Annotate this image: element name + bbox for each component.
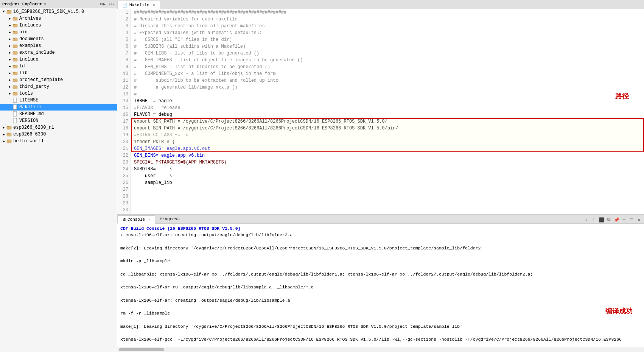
console-close-btn[interactable]: ✕: [636, 216, 642, 223]
code-line-29: user \: [134, 173, 641, 179]
sidebar-expand-icon[interactable]: ▶: [103, 2, 106, 6]
sidebar-item-bin[interactable]: ▶bin: [0, 29, 117, 36]
code-line-15: #FLAVOR = release: [134, 104, 641, 111]
line-num-24: 24: [120, 166, 128, 173]
sidebar-header: Project Explorer ✕ ⊞ ▶ — □ ✕: [0, 0, 117, 8]
project-icon-root: [6, 9, 12, 15]
sidebar-maximize-icon[interactable]: □: [109, 2, 112, 6]
scrollbar-thumb[interactable]: [119, 348, 164, 351]
sidebar-item-README[interactable]: README.md: [0, 111, 117, 117]
line-num-27: 27: [120, 186, 128, 193]
console-copy-btn[interactable]: ⧉: [605, 216, 612, 223]
tree-arrow-extra_include[interactable]: ▶: [8, 51, 12, 55]
folder-icon-include: [12, 56, 18, 62]
code-line-12: # a generated lib/image xxx.a (): [134, 84, 641, 91]
sidebar-item-lib[interactable]: ▶lib: [0, 70, 117, 76]
progress-tab-label: Progress: [160, 217, 180, 221]
sidebar-header-title: Project Explorer ✕: [2, 2, 46, 6]
sidebar-x-icon[interactable]: ✕: [112, 2, 115, 6]
sidebar-item-archives[interactable]: ▶Archives: [0, 15, 117, 22]
svg-rect-7: [13, 31, 15, 32]
tree-arrow-bin[interactable]: ▶: [8, 30, 12, 34]
sidebar-item-esp8266_6200_r1[interactable]: ▶esp8266_6200_r1: [0, 124, 117, 131]
tree-arrow-archives[interactable]: ▶: [8, 17, 12, 21]
code-line-3: # Discard this section from all parent m…: [134, 23, 641, 30]
line-numbers: 1234567891011121314151617181920212223242…: [117, 9, 131, 214]
tree-label-include: include: [19, 57, 38, 62]
sidebar-item-extra_include[interactable]: ▶extra_include: [0, 49, 117, 56]
sidebar-minimize-icon[interactable]: —: [106, 2, 109, 6]
makefile-tab-close[interactable]: ✕: [153, 3, 155, 7]
sidebar-item-project_template[interactable]: ▶project_template: [0, 76, 117, 83]
sidebar-item-Makefile[interactable]: Makefile: [0, 104, 117, 111]
tree-arrow-root[interactable]: ▼: [2, 10, 6, 14]
tree-arrow-includes[interactable]: ▶: [8, 23, 12, 28]
line-num-16: 16: [120, 111, 128, 118]
svg-rect-9: [13, 38, 15, 39]
console-scroll-up-btn[interactable]: ↑: [590, 216, 597, 223]
sidebar-item-tools[interactable]: ▶tools: [0, 90, 117, 97]
file-icon-VERSION: [12, 118, 18, 124]
console-clear-btn[interactable]: ⬛: [598, 216, 605, 223]
line-num-23: 23: [120, 159, 128, 166]
line-num-12: 12: [120, 84, 128, 91]
sidebar-item-examples[interactable]: ▶examples: [0, 42, 117, 49]
console-scroll-down-btn[interactable]: ↓: [583, 216, 590, 223]
sidebar-item-include[interactable]: ▶include: [0, 56, 117, 63]
code-line-24: ifndef PDIR # {: [134, 139, 641, 145]
console-line-1: make[2]: Leaving directory '/cygdrive/C/…: [120, 245, 641, 251]
tab-progress[interactable]: Progress: [155, 215, 184, 223]
sidebar-item-documents[interactable]: ▶documents: [0, 36, 117, 42]
sidebar-item-root[interactable]: ▼16_ESP8266_RTOS_SDK_V1.5.0: [0, 8, 117, 15]
tree-arrow-lib[interactable]: ▶: [8, 71, 12, 75]
tab-console[interactable]: 🖥 Console ✕: [117, 215, 155, 224]
tree-arrow-documents[interactable]: ▶: [8, 37, 12, 41]
tree-arrow-include[interactable]: ▶: [8, 58, 12, 62]
console-maximize-btn[interactable]: □: [628, 216, 635, 223]
tree-arrow-ld[interactable]: ▶: [8, 64, 12, 69]
tree-arrow-project_template[interactable]: ▶: [8, 78, 12, 82]
sidebar-tree: ▼16_ESP8266_RTOS_SDK_V1.5.0▶Archives▶Inc…: [0, 8, 117, 352]
sidebar-collapse-icon[interactable]: ⊞: [100, 2, 103, 6]
line-num-31: 31: [120, 213, 128, 214]
folder-icon-documents: [12, 36, 18, 42]
tree-arrow-tools[interactable]: ▶: [8, 92, 12, 96]
tree-arrow-hello_world[interactable]: ▶: [2, 139, 6, 143]
console-pin-btn[interactable]: 📌: [613, 216, 620, 223]
tab-makefile[interactable]: 📄 Makefile ✕: [117, 1, 160, 9]
sidebar-item-hello_world[interactable]: ▶hello_world: [0, 138, 117, 145]
editor-content[interactable]: 1234567891011121314151617181920212223242…: [117, 9, 644, 214]
sidebar-item-ld[interactable]: ▶ld: [0, 63, 117, 70]
tree-arrow-esp8266_6200_r1[interactable]: ▶: [2, 126, 6, 130]
folder-icon-lib: [12, 70, 18, 76]
folder-icon-extra_include: [12, 50, 18, 56]
sidebar-item-includes[interactable]: ▶Includes: [0, 22, 117, 29]
console-line-3: cd _libsample; xtensa-lx106-elf-ar xo ..…: [120, 271, 641, 277]
folder-icon-tools: [12, 90, 18, 97]
code-line-28: SUBDIRS= \: [134, 166, 641, 173]
editor-tab-bar: 📄 Makefile ✕: [117, 0, 644, 9]
bottom-scrollbar[interactable]: [117, 347, 644, 352]
tree-arrow-third_party[interactable]: ▶: [8, 85, 12, 89]
console-tab-close[interactable]: ✕: [148, 217, 150, 222]
svg-rect-1: [7, 10, 9, 11]
code-line-26: GEN_BINS= eagle.app.v6.bin: [134, 152, 641, 159]
tree-arrow-examples[interactable]: ▶: [8, 44, 12, 48]
line-num-5: 5: [120, 36, 128, 43]
svg-rect-11: [13, 45, 15, 45]
console-content[interactable]: CDT Build Console [16_ESP8266_RTOS_SDK_V…: [117, 224, 644, 347]
svg-rect-26: [13, 98, 17, 103]
sidebar-item-esp8266_6300[interactable]: ▶esp8266_6300: [0, 131, 117, 138]
sidebar-item-LICENSE[interactable]: LICENSE: [0, 97, 117, 104]
console-lines: xtensa-lx106-elf-ar: creating .output/ea…: [120, 232, 641, 347]
console-minimize-btn[interactable]: —: [621, 216, 627, 223]
sidebar-item-third_party[interactable]: ▶third_party: [0, 83, 117, 90]
sidebar-toolbar: ⊞ ▶ — □ ✕: [100, 2, 115, 6]
console-tab-label: Console: [128, 217, 145, 222]
svg-rect-3: [13, 17, 15, 18]
svg-rect-30: [13, 111, 17, 116]
svg-rect-21: [13, 79, 15, 79]
sidebar-item-VERSION[interactable]: VERSION: [0, 117, 117, 124]
code-area: 1234567891011121314151617181920212223242…: [117, 9, 644, 214]
tree-arrow-esp8266_6300[interactable]: ▶: [2, 132, 6, 137]
